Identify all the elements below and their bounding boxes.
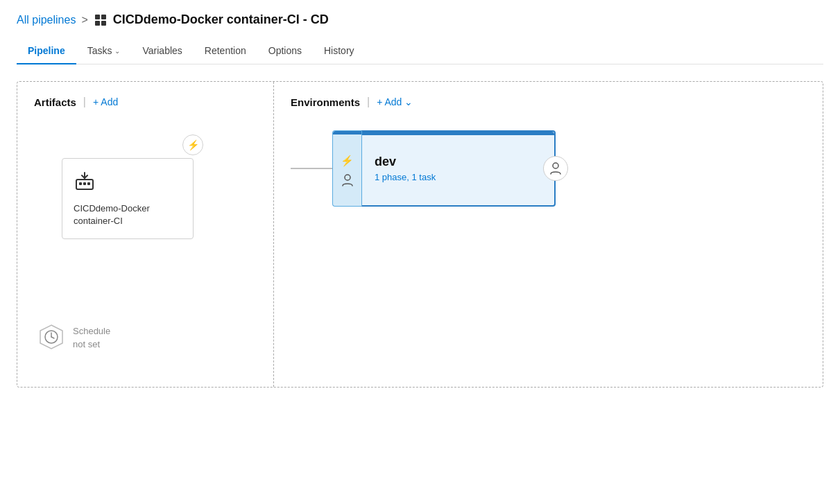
pipeline-canvas: Artifacts | + Add <box>17 81 823 388</box>
stage-main-content: dev 1 phase, 1 task <box>361 130 556 207</box>
stage-approvals-button[interactable] <box>543 156 568 181</box>
svg-rect-0 <box>95 15 100 19</box>
canvas-inner: Artifacts | + Add <box>17 82 823 387</box>
artifact-build-icon <box>74 170 182 197</box>
stage-meta: 1 phase, 1 task <box>375 172 520 182</box>
nav-tabs: Pipeline Tasks ⌄ Variables Retention Opt… <box>17 38 823 64</box>
svg-rect-1 <box>101 15 106 19</box>
person-right-icon <box>550 162 561 175</box>
main-content: Artifacts | + Add <box>0 64 840 404</box>
tab-history[interactable]: History <box>313 38 366 64</box>
pipeline-title: CICDdemo-Docker container-CI - CD <box>113 12 329 27</box>
artifact-card[interactable]: CICDdemo-Docker container-CI <box>62 158 194 239</box>
artifacts-add-button[interactable]: + Add <box>93 96 118 107</box>
environments-section-header: Environments | + Add ⌄ <box>291 96 806 108</box>
stage-block[interactable]: ⚡ dev <box>332 130 556 207</box>
tasks-dropdown-icon: ⌄ <box>114 47 120 55</box>
environments-title: Environments <box>291 96 360 108</box>
artifacts-column: Artifacts | + Add <box>17 82 274 387</box>
stage-lightning-icon: ⚡ <box>341 155 354 167</box>
schedule-text: Schedule not set <box>73 325 110 350</box>
connector-line <box>291 167 332 170</box>
all-pipelines-link[interactable]: All pipelines <box>17 14 76 26</box>
artifact-trigger-badge[interactable]: ⚡ <box>182 134 203 155</box>
svg-rect-5 <box>79 182 82 185</box>
artifact-name: CICDdemo-Docker container-CI <box>74 202 182 227</box>
svg-rect-7 <box>87 182 90 185</box>
breadcrumb-separator: > <box>81 14 87 26</box>
tab-variables[interactable]: Variables <box>131 38 193 64</box>
svg-rect-6 <box>83 182 86 185</box>
stage-left-icons: ⚡ <box>332 130 361 207</box>
artifacts-title: Artifacts <box>34 96 76 108</box>
lightning-icon: ⚡ <box>187 139 199 150</box>
environments-column: Environments | + Add ⌄ <box>274 82 823 387</box>
tab-pipeline[interactable]: Pipeline <box>17 38 76 64</box>
artifacts-section-header: Artifacts | + Add <box>34 96 257 108</box>
stage-person-left-icon <box>342 174 353 189</box>
schedule-hex-icon[interactable] <box>38 324 65 352</box>
environments-add-button[interactable]: + Add ⌄ <box>377 96 413 107</box>
svg-point-14 <box>553 163 558 168</box>
tab-tasks[interactable]: Tasks ⌄ <box>76 38 132 64</box>
page-header: All pipelines > CICDdemo-Docker containe… <box>0 0 840 64</box>
breadcrumb: All pipelines > CICDdemo-Docker containe… <box>17 12 823 27</box>
svg-rect-2 <box>95 21 100 26</box>
tab-retention[interactable]: Retention <box>194 38 257 64</box>
svg-point-13 <box>345 175 350 180</box>
stage-name: dev <box>375 155 520 169</box>
schedule-area: Schedule not set <box>38 324 110 352</box>
add-dropdown-icon: ⌄ <box>404 96 413 107</box>
tab-options[interactable]: Options <box>257 38 313 64</box>
pipeline-icon <box>94 13 108 27</box>
svg-rect-3 <box>101 21 106 26</box>
